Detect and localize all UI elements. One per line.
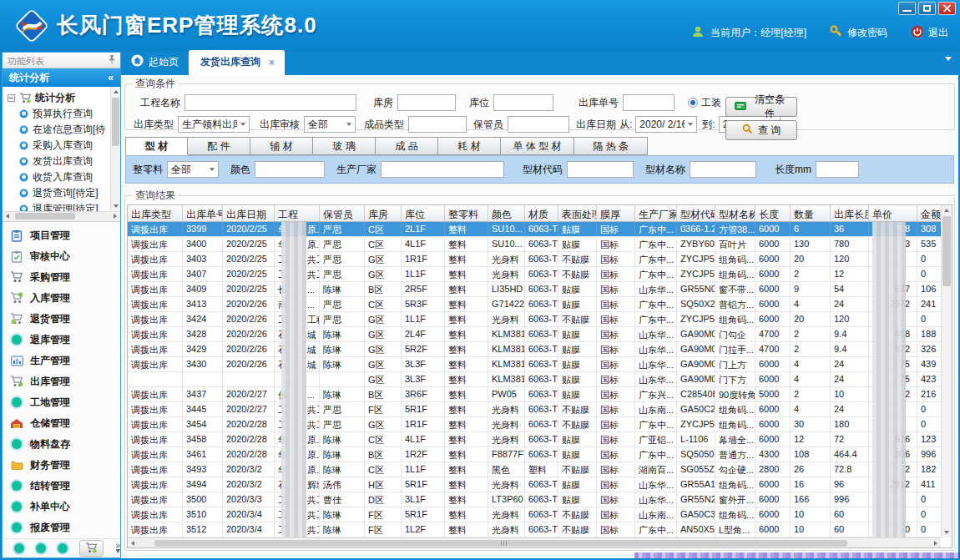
grid-data-row[interactable]: 调拨出库34372020/2/27佛...陈琳B区3R6F整料PW056063-… bbox=[128, 387, 941, 402]
sidebar-menu-item[interactable]: 结转管理 bbox=[3, 476, 120, 497]
grid-data-row[interactable]: G区3L3F整料KLM38176063-T5贴膜国标山东华...GA90M09.… bbox=[128, 372, 941, 387]
tree-item[interactable]: 发货出库查询 bbox=[8, 154, 120, 169]
sidebar-menu-item[interactable]: 生产管理 bbox=[3, 351, 120, 371]
profile-code-input[interactable] bbox=[567, 161, 634, 178]
product-type-input[interactable] bbox=[408, 116, 467, 133]
grid-data-row[interactable]: 调拨出库34072020/2/25工共工程严思G区1L1F整料光身料6063-T… bbox=[128, 267, 941, 282]
grid-data-row[interactable]: 调拨出库34242020/2/26工工程严思G区1L1F整料光身料6063-T5… bbox=[128, 312, 941, 327]
grid-column-header[interactable]: 库位 bbox=[402, 205, 445, 221]
order-no-input[interactable] bbox=[623, 94, 675, 111]
tree-item[interactable]: 退货查询[待定] bbox=[8, 185, 120, 201]
material-subtab[interactable]: 型 材 bbox=[125, 137, 188, 155]
grid-data-row[interactable]: 调拨出库35002020/3/3工共工程曹佳D区3L1F整料LT3P606063… bbox=[128, 492, 941, 507]
grid-data-row[interactable]: 调拨出库34032020/2/25工共工程严思G区1R1F整料光身料6063-T… bbox=[128, 252, 941, 267]
scroll-down-icon[interactable] bbox=[111, 201, 120, 211]
scrollbar-thumb[interactable] bbox=[15, 213, 75, 219]
tab-close-icon[interactable]: × bbox=[269, 57, 275, 68]
material-subtab[interactable]: 耗 材 bbox=[438, 137, 501, 155]
grid-data-row[interactable]: 调拨出库34542020/2/28工共工程严思G区1R1F整料光身料6063-T… bbox=[128, 417, 941, 432]
circle-icon[interactable] bbox=[14, 543, 24, 553]
grid-horizontal-scrollbar[interactable] bbox=[128, 537, 941, 547]
grid-column-header[interactable]: 型材名称 bbox=[715, 205, 755, 221]
grid-column-header[interactable]: 数量 bbox=[791, 205, 831, 221]
grid-column-header[interactable]: 单价 bbox=[869, 205, 917, 221]
scroll-down-icon[interactable] bbox=[942, 527, 952, 537]
tree-root-node[interactable]: 统计分析 bbox=[8, 90, 120, 106]
sidebar-section-header[interactable]: 统计分析 « bbox=[3, 68, 120, 87]
color-input[interactable] bbox=[255, 161, 325, 178]
tab-home[interactable]: 起始页 bbox=[121, 54, 189, 75]
grid-column-header[interactable]: 出库类型 bbox=[128, 205, 183, 221]
sidebar-menu-item[interactable]: 入库管理 bbox=[3, 288, 120, 309]
scroll-right-icon[interactable] bbox=[931, 538, 941, 547]
circle-icon[interactable] bbox=[58, 543, 68, 553]
outbound-audit-select[interactable]: 全部 bbox=[304, 116, 356, 133]
sidebar-menu-item[interactable]: 出库管理 bbox=[3, 371, 120, 392]
sidebar-menu-item[interactable]: 项目管理 bbox=[3, 225, 120, 246]
sidebar-menu-item[interactable]: 补单中心 bbox=[3, 497, 120, 517]
tree-item[interactable]: 采购入库查询 bbox=[8, 138, 120, 154]
scroll-up-icon[interactable] bbox=[111, 87, 120, 97]
grid-column-header[interactable]: 工程 bbox=[275, 205, 320, 221]
grid-column-header[interactable]: 型材代码 bbox=[677, 205, 715, 221]
material-subtab[interactable]: 配 件 bbox=[188, 137, 250, 155]
maximize-button[interactable] bbox=[918, 2, 936, 15]
material-subtab[interactable]: 单 体 型 材 bbox=[501, 137, 574, 155]
minimize-button[interactable] bbox=[898, 2, 916, 15]
collapse-icon[interactable]: « bbox=[108, 72, 114, 83]
scrollbar-thumb[interactable] bbox=[154, 540, 847, 547]
radio-work-clothing[interactable]: 工装 bbox=[688, 96, 721, 110]
scroll-left-icon[interactable] bbox=[3, 212, 13, 221]
circle-icon[interactable] bbox=[36, 543, 46, 553]
scrollbar-thumb[interactable] bbox=[942, 216, 951, 286]
grid-column-header[interactable]: 颜色 bbox=[488, 205, 525, 221]
keeper-input[interactable] bbox=[508, 116, 569, 133]
grid-data-row[interactable]: 调拨出库34002020/2/25华原...严思C区4L1F整料SU10...6… bbox=[128, 237, 941, 252]
scroll-left-icon[interactable] bbox=[128, 538, 138, 547]
grid-column-header[interactable]: 长度 bbox=[755, 205, 791, 221]
whole-part-select[interactable]: 全部 bbox=[167, 161, 219, 178]
manufacturer-input[interactable] bbox=[381, 161, 504, 178]
grid-column-header[interactable]: 保管员 bbox=[320, 205, 365, 221]
location-input[interactable] bbox=[493, 94, 553, 111]
change-password-button[interactable]: 修改密码 bbox=[830, 25, 887, 41]
grid-data-row[interactable]: 调拨出库35122020/3/4工共工程陈琳F区1L2F整料光身料6063-T5… bbox=[128, 522, 941, 537]
tree-vertical-scrollbar[interactable] bbox=[110, 87, 120, 210]
sidebar-menu-item[interactable]: 报废管理 bbox=[3, 517, 120, 538]
grid-column-header[interactable]: 材质 bbox=[525, 205, 558, 221]
scroll-right-icon[interactable] bbox=[110, 212, 120, 221]
grid-column-header[interactable]: 金额 bbox=[917, 205, 941, 221]
clear-conditions-button[interactable]: 清空条件 bbox=[725, 97, 797, 117]
search-button[interactable]: 查 询 bbox=[725, 120, 797, 140]
sidebar-menu-item[interactable]: 采购管理 bbox=[3, 267, 120, 288]
grid-data-row[interactable]: 调拨出库34452020/2/27工共工程严思F区5R1F整料光身料6063-T… bbox=[128, 402, 941, 417]
grid-data-row[interactable]: 调拨出库35102020/3/4工共工程陈琳F区5R1F整料光身料6063-T5… bbox=[128, 507, 941, 522]
sidebar-menu-item[interactable]: 财务管理 bbox=[3, 455, 120, 476]
warehouse-input[interactable] bbox=[397, 94, 456, 111]
grid-data-row[interactable]: 调拨出库34292020/2/26石城陈琳G区5R2F整料KLM38176063… bbox=[128, 342, 941, 357]
sidebar-menu-item[interactable]: 物料盘存 bbox=[3, 434, 120, 455]
grid-data-row[interactable]: 调拨出库34302020/2/26石城陈琳G区3L3F整料KLM38176063… bbox=[128, 357, 941, 372]
grid-column-header[interactable]: 出库长度 bbox=[831, 205, 869, 221]
grid-column-header[interactable]: 膜厚 bbox=[597, 205, 635, 221]
profile-name-input[interactable] bbox=[690, 161, 756, 178]
pin-icon[interactable] bbox=[109, 55, 115, 68]
tree-item[interactable]: 退库管理[待定] bbox=[8, 201, 120, 210]
grid-column-header[interactable]: 出库日期 bbox=[223, 205, 275, 221]
grid-column-header[interactable]: 生产厂家 bbox=[635, 205, 677, 221]
tree-horizontal-scrollbar[interactable] bbox=[3, 211, 120, 222]
grid-data-row[interactable]: 调拨出库34932020/3/2华原...陈琳C区1L1F整料黑色塑料不贴膜国标… bbox=[128, 462, 941, 477]
length-mm-input[interactable] bbox=[816, 161, 859, 178]
grid-column-header[interactable]: 整零料 bbox=[445, 205, 488, 221]
sidebar-menu-item[interactable]: 退库管理 bbox=[3, 330, 120, 351]
grid-column-header[interactable]: 库房 bbox=[365, 205, 402, 221]
cart-shortcut-button[interactable] bbox=[79, 540, 104, 557]
grid-data-row[interactable]: 调拨出库33992020/2/25华原...严思C区2L1F整料SU10...6… bbox=[128, 222, 941, 237]
tree-item[interactable]: 在途信息查询[待 bbox=[8, 122, 120, 138]
tree-item[interactable]: 收货入库查询 bbox=[8, 169, 120, 185]
close-button[interactable] bbox=[938, 2, 956, 15]
tab-shipping-outbound-query[interactable]: 发货出库查询 × bbox=[189, 50, 285, 75]
grid-column-header[interactable]: 出库单号 bbox=[183, 205, 223, 221]
sidebar-menu-item[interactable]: 退货管理 bbox=[3, 309, 120, 330]
material-subtab[interactable]: 成 品 bbox=[376, 137, 438, 155]
